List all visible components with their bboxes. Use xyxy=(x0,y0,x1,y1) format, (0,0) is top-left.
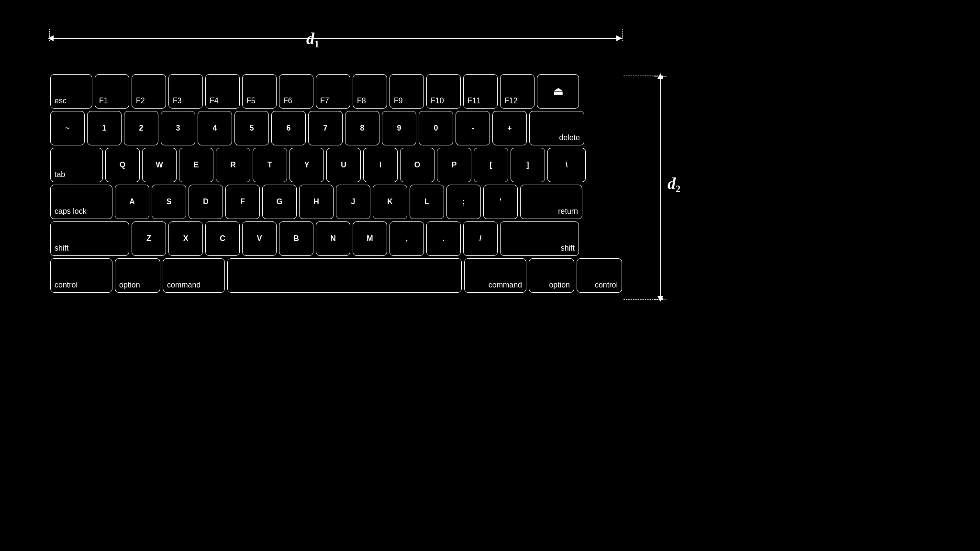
key-return[interactable]: return xyxy=(520,185,582,219)
key-tilde[interactable]: ~ xyxy=(50,111,85,145)
d2-arrow-down xyxy=(657,296,663,302)
key-2[interactable]: 2 xyxy=(124,111,158,145)
key-option-right[interactable]: option xyxy=(529,258,574,293)
qwerty-row: tab Q W E R T Y U I O P [ ] \ xyxy=(50,148,622,182)
key-f4[interactable]: F4 xyxy=(205,74,240,109)
key-u[interactable]: U xyxy=(326,148,361,182)
key-f9[interactable]: F9 xyxy=(390,74,424,109)
key-v[interactable]: V xyxy=(242,221,277,256)
key-b[interactable]: B xyxy=(279,221,313,256)
key-delete[interactable]: delete xyxy=(529,111,584,145)
key-bracket-open[interactable]: [ xyxy=(474,148,508,182)
key-f11[interactable]: F11 xyxy=(463,74,498,109)
key-d[interactable]: D xyxy=(189,185,223,219)
key-caps-lock[interactable]: caps lock xyxy=(50,185,112,219)
d1-label: d1 xyxy=(306,30,319,50)
key-w[interactable]: W xyxy=(142,148,177,182)
key-a[interactable]: A xyxy=(115,185,149,219)
d1-arrow-right xyxy=(616,35,622,41)
key-command-right[interactable]: command xyxy=(464,258,526,293)
keyboard: esc F1 F2 F3 F4 F5 F6 F7 F8 F9 F10 F11 F… xyxy=(50,74,622,295)
key-c[interactable]: C xyxy=(205,221,240,256)
key-f7[interactable]: F7 xyxy=(316,74,350,109)
d2-label: d2 xyxy=(668,175,680,195)
key-f8[interactable]: F8 xyxy=(353,74,387,109)
key-0[interactable]: 0 xyxy=(419,111,453,145)
key-f10[interactable]: F10 xyxy=(426,74,461,109)
key-tab[interactable]: tab xyxy=(50,148,103,182)
key-7[interactable]: 7 xyxy=(308,111,343,145)
key-f1[interactable]: F1 xyxy=(95,74,129,109)
d1-arrow-left xyxy=(48,35,54,41)
key-j[interactable]: J xyxy=(336,185,370,219)
key-comma[interactable]: , xyxy=(390,221,424,256)
key-f3[interactable]: F3 xyxy=(168,74,203,109)
d2-arrow-up xyxy=(657,73,663,79)
key-5[interactable]: 5 xyxy=(234,111,269,145)
key-semicolon[interactable]: ; xyxy=(446,185,481,219)
key-option-left[interactable]: option xyxy=(115,258,160,293)
key-9[interactable]: 9 xyxy=(382,111,416,145)
key-g[interactable]: G xyxy=(262,185,297,219)
d1-horizontal-line xyxy=(50,38,622,39)
key-t[interactable]: T xyxy=(253,148,287,182)
key-bracket-close[interactable]: ] xyxy=(511,148,545,182)
key-p[interactable]: P xyxy=(437,148,471,182)
key-f[interactable]: F xyxy=(225,185,260,219)
d2-vertical-line xyxy=(660,77,661,299)
zxcv-row: shift Z X C V B N M , . / shift xyxy=(50,221,622,256)
key-plus[interactable]: + xyxy=(492,111,527,145)
key-6[interactable]: 6 xyxy=(271,111,306,145)
key-control-right[interactable]: control xyxy=(577,258,622,293)
key-e[interactable]: E xyxy=(179,148,213,182)
key-eject[interactable]: ⏏ xyxy=(537,74,579,109)
key-r[interactable]: R xyxy=(216,148,250,182)
function-row: esc F1 F2 F3 F4 F5 F6 F7 F8 F9 F10 F11 F… xyxy=(50,74,622,109)
asdf-row: caps lock A S D F G H J K L ; ' return xyxy=(50,185,622,219)
key-z[interactable]: Z xyxy=(132,221,166,256)
key-esc[interactable]: esc xyxy=(50,74,92,109)
bottom-row: control option command command option co… xyxy=(50,258,622,293)
key-shift-left[interactable]: shift xyxy=(50,221,129,256)
key-q[interactable]: Q xyxy=(105,148,140,182)
key-i[interactable]: I xyxy=(363,148,398,182)
key-h[interactable]: H xyxy=(299,185,334,219)
key-space[interactable] xyxy=(227,258,462,293)
key-3[interactable]: 3 xyxy=(161,111,195,145)
key-m[interactable]: M xyxy=(353,221,387,256)
number-row: ~ 1 2 3 4 5 6 7 8 9 0 - + delete xyxy=(50,111,622,145)
key-control-left[interactable]: control xyxy=(50,258,112,293)
key-f12[interactable]: F12 xyxy=(500,74,535,109)
key-f5[interactable]: F5 xyxy=(242,74,277,109)
key-l[interactable]: L xyxy=(410,185,444,219)
key-command-left[interactable]: command xyxy=(163,258,225,293)
key-s[interactable]: S xyxy=(152,185,186,219)
key-1[interactable]: 1 xyxy=(87,111,122,145)
key-k[interactable]: K xyxy=(373,185,407,219)
key-y[interactable]: Y xyxy=(290,148,324,182)
key-8[interactable]: 8 xyxy=(345,111,379,145)
key-o[interactable]: O xyxy=(400,148,434,182)
key-4[interactable]: 4 xyxy=(198,111,232,145)
key-x[interactable]: X xyxy=(168,221,203,256)
key-backslash[interactable]: \ xyxy=(547,148,586,182)
key-shift-right[interactable]: shift xyxy=(500,221,579,256)
key-slash[interactable]: / xyxy=(463,221,498,256)
key-period[interactable]: . xyxy=(426,221,461,256)
key-f2[interactable]: F2 xyxy=(132,74,166,109)
key-minus[interactable]: - xyxy=(456,111,490,145)
key-f6[interactable]: F6 xyxy=(279,74,313,109)
key-n[interactable]: N xyxy=(316,221,350,256)
key-quote[interactable]: ' xyxy=(483,185,518,219)
